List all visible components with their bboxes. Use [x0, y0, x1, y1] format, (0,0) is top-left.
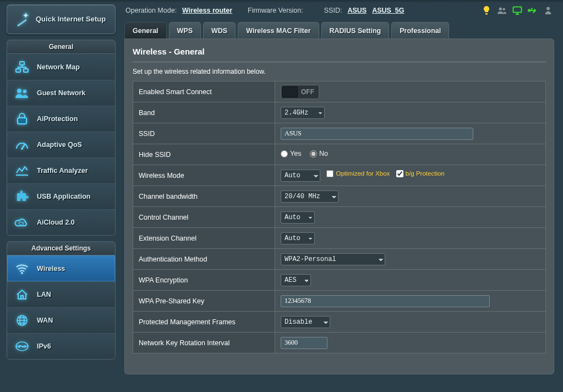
label-psk: WPA Pre-Shared Key [133, 291, 275, 312]
sidebar-item-wireless[interactable]: Wireless [7, 255, 115, 281]
sidebar-item-wan[interactable]: WAN [7, 307, 115, 333]
encryption-select[interactable]: AES [281, 274, 311, 286]
label-bandwidth: Channel bandwidth [133, 186, 275, 207]
sidebar-item-lan[interactable]: LAN [7, 281, 115, 307]
svg-point-6 [21, 148, 23, 150]
sidebar-item-network-map[interactable]: Network Map [7, 54, 115, 80]
label-extension-channel: Extension Channel [133, 228, 275, 249]
ssid-input[interactable] [281, 128, 473, 140]
smart-connect-toggle[interactable]: OFF [281, 85, 319, 99]
svg-point-4 [23, 90, 27, 94]
tab-general[interactable]: General [124, 22, 167, 39]
wifi-icon [14, 261, 30, 276]
sidebar-item-label: IPv6 [37, 342, 51, 350]
ssid-label: SSID: [324, 7, 342, 14]
bulb-icon[interactable] [482, 6, 491, 15]
panel-title: Wireless - General [133, 47, 546, 59]
svg-rect-2 [24, 69, 28, 72]
auth-select[interactable]: WPA2-Personal [281, 253, 385, 265]
sidebar-item-aicloud[interactable]: AiCloud 2.0 [7, 209, 115, 235]
sidebar-item-label: WAN [37, 317, 53, 324]
svg-rect-8 [21, 296, 23, 299]
sidebar-item-guest-network[interactable]: Guest Network [7, 80, 115, 106]
ssid-2-link[interactable]: ASUS_5G [372, 7, 404, 14]
sidebar-item-label: Adaptive QoS [37, 141, 82, 149]
ipv6-icon: IPv6 [14, 339, 30, 354]
sidebar-section-advanced: Advanced Settings [7, 241, 116, 255]
row-control-channel: Control Channel Auto [133, 207, 546, 228]
pmf-select[interactable]: Disable [281, 316, 330, 328]
band-select[interactable]: 2.4GHz [281, 107, 325, 119]
sidebar-advanced-menu: Wireless LAN WAN IPv6 IPv6 [7, 255, 116, 360]
rekey-input[interactable] [281, 337, 327, 349]
svg-point-13 [499, 8, 502, 10]
chart-icon [14, 163, 30, 178]
person-icon[interactable] [543, 6, 553, 15]
firmware-version-label: Firmware Version: [248, 7, 303, 14]
label-rekey: Network Key Rotation Interval [133, 333, 275, 353]
monitor-icon[interactable] [512, 6, 522, 15]
label-smart-connect: Enabled Smart Connect [133, 81, 275, 102]
operation-mode-value[interactable]: Wireless router [182, 7, 232, 14]
row-psk: WPA Pre-Shared Key [133, 291, 546, 312]
row-auth: Authentication Method WPA2-Personal [133, 249, 546, 270]
quick-internet-setup-button[interactable]: Quick Internet Setup [7, 4, 116, 34]
tab-mac-filter[interactable]: Wireless MAC Filter [238, 22, 319, 39]
bg-protection-checkbox[interactable]: b/g Protection [396, 170, 445, 177]
hide-ssid-yes[interactable]: Yes [281, 150, 301, 157]
label-encryption: WPA Encryption [133, 270, 275, 291]
label-ssid: SSID [133, 123, 275, 144]
row-pmf: Protected Management Frames Disable [133, 312, 546, 333]
tab-wds[interactable]: WDS [203, 22, 236, 39]
svg-point-3 [17, 89, 21, 93]
puzzle-icon [14, 189, 30, 204]
divider [133, 62, 546, 62]
sidebar-item-label: Guest Network [37, 89, 85, 97]
label-auth: Authentication Method [133, 249, 275, 270]
usb-icon[interactable] [528, 6, 538, 15]
sidebar-item-label: Network Map [37, 63, 80, 71]
label-wireless-mode: Wireless Mode [133, 165, 275, 186]
row-bandwidth: Channel bandwidth 20/40 MHz [133, 186, 546, 207]
label-hide-ssid: Hide SSID [133, 144, 275, 165]
row-wireless-mode: Wireless Mode Auto Optimized for Xbox b/… [133, 165, 546, 186]
operation-mode-label: Operation Mode: [125, 7, 177, 14]
quick-internet-setup-label: Quick Internet Setup [36, 15, 106, 24]
users-icon[interactable] [497, 6, 507, 15]
sidebar-item-aiprotection[interactable]: AiProtection [7, 106, 115, 132]
row-encryption: WPA Encryption AES [133, 270, 546, 291]
control-channel-select[interactable]: Auto [281, 211, 315, 224]
guest-network-icon [14, 85, 30, 101]
tab-professional[interactable]: Professional [391, 22, 449, 39]
sidebar-general-menu: Network Map Guest Network AiProtection A… [7, 54, 116, 236]
toggle-state: OFF [301, 88, 314, 96]
svg-point-17 [546, 7, 550, 10]
sidebar-item-usb-application[interactable]: USB Application [7, 183, 115, 209]
tab-radius[interactable]: RADIUS Setting [321, 22, 390, 39]
sidebar-item-label: Wireless [37, 265, 65, 273]
tab-wps[interactable]: WPS [169, 22, 201, 39]
bandwidth-select[interactable]: 20/40 MHz [281, 190, 338, 203]
sidebar-item-ipv6[interactable]: IPv6 IPv6 [7, 333, 115, 359]
settings-table: Enabled Smart Connect OFF Band 2.4GHz SS… [133, 81, 546, 353]
label-band: Band [133, 102, 275, 123]
optimized-xbox-checkbox[interactable]: Optimized for Xbox [326, 170, 390, 177]
tab-strip: General WPS WDS Wireless MAC Filter RADI… [124, 22, 554, 39]
hide-ssid-no[interactable]: No [310, 150, 328, 157]
extension-channel-select[interactable]: Auto [281, 232, 315, 244]
ssid-1-link[interactable]: ASUS [347, 7, 367, 14]
sidebar-item-adaptive-qos[interactable]: Adaptive QoS [7, 132, 115, 157]
sidebar-item-label: AiCloud 2.0 [37, 219, 75, 226]
sidebar-item-label: Traffic Analyzer [37, 167, 88, 175]
globe-icon [14, 313, 30, 328]
tab-panel: Wireless - General Set up the wireless r… [124, 39, 554, 374]
gauge-icon [14, 137, 30, 153]
row-ssid: SSID [133, 123, 546, 144]
svg-text:IPv6: IPv6 [18, 345, 26, 349]
wireless-mode-select[interactable]: Auto [281, 170, 320, 182]
svg-rect-0 [20, 62, 24, 65]
row-smart-connect: Enabled Smart Connect OFF [133, 81, 546, 102]
svg-rect-15 [513, 7, 522, 13]
psk-input[interactable] [281, 295, 490, 307]
sidebar-item-traffic-analyzer[interactable]: Traffic Analyzer [7, 157, 115, 183]
